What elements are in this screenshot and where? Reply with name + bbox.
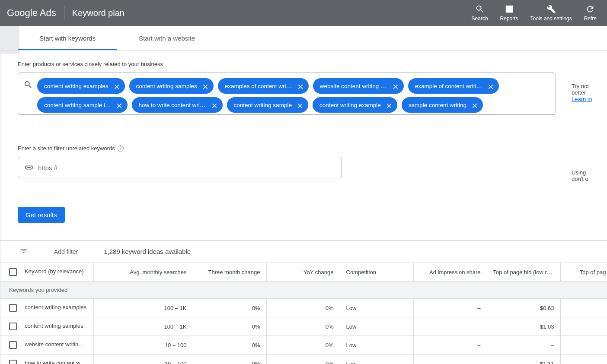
keyword-chip[interactable]: content writing sample [227, 97, 308, 113]
refresh-button[interactable]: Refre [581, 3, 600, 23]
keyword-ideas-count: 1,289 keyword ideas available [104, 248, 191, 255]
select-all-checkbox[interactable] [9, 268, 17, 276]
close-icon[interactable] [211, 102, 218, 110]
close-icon[interactable] [487, 83, 495, 91]
keyword-chip[interactable]: content writing samples [129, 78, 214, 94]
link-icon [24, 163, 34, 172]
table-section-row: Keywords you provided [0, 282, 607, 299]
keyword-table: Keyword (by relevance) Avg. monthly sear… [0, 263, 607, 364]
wrench-icon [546, 4, 556, 14]
search-button[interactable]: Search [468, 3, 492, 23]
keyword-chip[interactable]: sample content writing [402, 97, 483, 113]
site-input-box[interactable] [18, 157, 342, 178]
keyword-chip[interactable]: examples of content writ… [218, 78, 309, 94]
close-icon[interactable] [201, 83, 209, 91]
table-header-row: Keyword (by relevance) Avg. monthly sear… [0, 263, 607, 282]
app-header: Google Ads Keyword plan Search Reports T… [0, 0, 607, 26]
row-checkbox[interactable] [9, 304, 17, 312]
page-title: Keyword plan [72, 8, 125, 18]
help-icon[interactable]: ? [118, 146, 124, 152]
tip-box-2: Using don't o [571, 164, 607, 187]
add-filter-button[interactable]: Add filter [54, 248, 78, 255]
table-row: content writing samples100 – 1K0%0%Low–$… [0, 317, 607, 336]
tools-button[interactable]: Tools and settings [527, 3, 575, 23]
tip-box-1: Try not better Learn m [571, 78, 607, 108]
tab-website[interactable]: Start with a website [117, 26, 217, 50]
row-checkbox[interactable] [9, 341, 17, 349]
close-icon[interactable] [296, 102, 304, 110]
keyword-chip[interactable]: content writing sample i… [37, 97, 128, 113]
site-url-input[interactable] [38, 164, 335, 171]
filter-icon[interactable] [19, 247, 28, 256]
keyword-chip[interactable]: website content writing s… [313, 78, 404, 94]
row-checkbox[interactable] [9, 323, 17, 330]
tabs: Start with keywords Start with a website [18, 26, 607, 50]
close-icon[interactable] [385, 102, 393, 110]
row-checkbox[interactable] [9, 360, 17, 364]
keyword-chip[interactable]: example of content writing [408, 78, 499, 94]
site-filter-label: Enter a site to filter unrelated keyword… [18, 145, 556, 152]
close-icon[interactable] [471, 102, 479, 110]
search-icon [475, 4, 485, 14]
search-icon [23, 80, 33, 89]
learn-more-link[interactable]: Learn m [572, 96, 592, 102]
header-divider [64, 6, 64, 20]
table-row: content writing examples100 – 1K0%0%Low–… [0, 299, 607, 317]
keyword-chip[interactable]: content writing examples [37, 78, 125, 94]
table-row: how to write content writin…10 – 1000%0%… [0, 355, 607, 364]
close-icon[interactable] [115, 102, 123, 110]
keyword-chip[interactable]: content writing example [313, 97, 397, 113]
keyword-chip[interactable]: how to write content writ… [132, 97, 223, 113]
refresh-icon [585, 4, 595, 14]
tab-keywords[interactable]: Start with keywords [18, 26, 117, 50]
reports-icon [505, 4, 514, 14]
products-label: Enter products or services closely relat… [18, 61, 556, 67]
close-icon[interactable] [392, 83, 399, 91]
table-row: website content writing sa…10 – 1000%0%L… [0, 336, 607, 355]
logo: Google Ads [7, 7, 56, 19]
reports-button[interactable]: Reports [497, 3, 522, 23]
close-icon[interactable] [297, 83, 304, 91]
close-icon[interactable] [113, 83, 121, 91]
get-results-button[interactable]: Get results [18, 207, 65, 223]
keyword-input-box[interactable]: content writing examplescontent writing … [18, 73, 556, 115]
